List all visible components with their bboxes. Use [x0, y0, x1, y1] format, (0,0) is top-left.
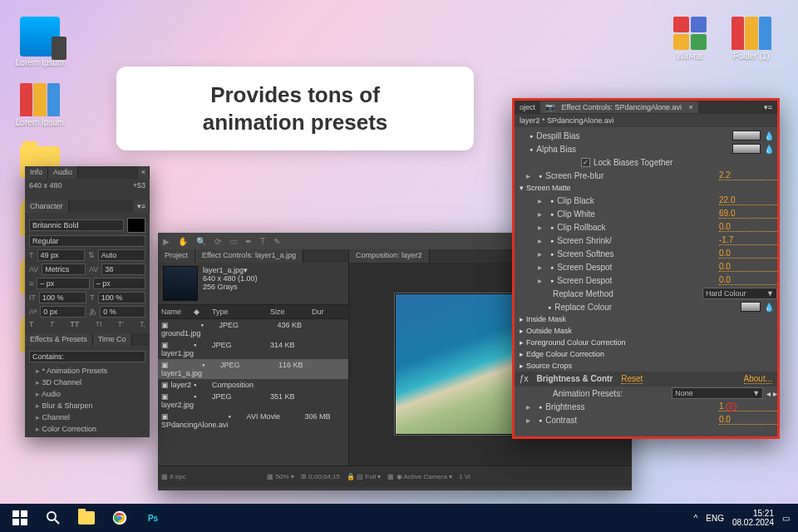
stopwatch-icon[interactable]: ● — [550, 224, 554, 230]
pointer-tool-icon[interactable]: ▶ — [163, 237, 170, 246]
tab-effect-controls[interactable]: Effect Controls: layer1_a.jpg — [195, 249, 303, 263]
stopwatch-icon[interactable]: ● — [530, 133, 533, 139]
group-header[interactable]: ▸Outside Mask — [515, 325, 777, 337]
table-row[interactable]: ▣ layer2▪Composition — [158, 379, 348, 391]
stopwatch-icon[interactable]: ● — [539, 404, 542, 410]
tab-effect-controls-active[interactable]: 📷 Effect Controls: SPdancingAlone.avi × — [540, 101, 698, 113]
table-row[interactable]: ▣ layer1.jpg▪JPEG314 KB — [158, 339, 348, 359]
link-reset[interactable]: Reset — [621, 374, 643, 384]
param-value[interactable]: 22.0 — [719, 195, 777, 205]
checkbox-lock-biases[interactable]: ✓ — [581, 158, 590, 167]
hand-tool-icon[interactable]: ✋ — [178, 237, 188, 246]
desktop-icon-pc[interactable]: Lorem Ipsum — [15, 17, 65, 67]
value-pre-blur[interactable]: 2.2 — [719, 170, 777, 180]
tab-info[interactable]: Info — [25, 166, 48, 179]
disclosure-icon[interactable]: ▸ — [538, 196, 544, 205]
disclosure-icon[interactable]: ▸ — [526, 171, 533, 180]
tray-chevron-icon[interactable]: ^ — [694, 514, 698, 523]
font-style-select[interactable]: Regular — [29, 235, 145, 247]
disclosure-icon[interactable]: ▸ — [538, 276, 544, 285]
group-header[interactable]: ▸Inside Mask — [515, 313, 777, 325]
taskbar-file-explorer[interactable] — [70, 504, 103, 532]
kerning-select[interactable]: Metrics — [42, 264, 86, 275]
font-family-select[interactable]: Britannic Bold — [29, 219, 124, 231]
fill-color-swatch[interactable] — [127, 218, 145, 233]
category-item[interactable]: * Animation Presets — [29, 365, 145, 377]
tray-language[interactable]: ENG — [706, 514, 724, 523]
stopwatch-icon[interactable]: ● — [550, 251, 554, 257]
tab-project[interactable]: Project — [158, 249, 195, 263]
disclosure-icon[interactable]: ▸ — [538, 209, 544, 219]
tray-notifications-icon[interactable]: ▭ — [782, 514, 790, 523]
pen-tool-icon[interactable]: ✒ — [245, 237, 252, 246]
param-value[interactable]: -1.7 — [719, 235, 777, 245]
stopwatch-icon[interactable]: ● — [539, 417, 542, 423]
stopwatch-icon[interactable]: ● — [550, 264, 554, 270]
eyedropper-icon[interactable]: 💧 — [764, 145, 774, 154]
color-swatch[interactable] — [732, 144, 761, 154]
param-value[interactable]: 69.0 — [719, 209, 777, 219]
color-swatch[interactable] — [741, 302, 761, 312]
tray-clock[interactable]: 15:2108.02.2024 — [732, 509, 774, 527]
param-value[interactable]: 0.0 — [719, 275, 777, 285]
search-button[interactable] — [37, 504, 70, 532]
group-header[interactable]: ▸Source Crops — [515, 360, 777, 372]
start-button[interactable] — [3, 504, 37, 532]
desktop-icon-winrar[interactable]: Win-rar — [665, 17, 715, 61]
disclosure-icon[interactable]: ▸ — [538, 263, 544, 272]
disclosure-icon[interactable]: ▸ — [538, 236, 544, 245]
zoom-tool-icon[interactable]: 🔍 — [196, 237, 206, 246]
tab-project-trunc[interactable]: oject — [515, 101, 540, 113]
value-contrast[interactable]: 0.0 — [719, 415, 777, 425]
tab-composition[interactable]: Composition: layer2 — [349, 249, 430, 263]
stroke-style-select[interactable]: – px — [93, 278, 145, 289]
param-value[interactable]: 0.0 — [719, 262, 777, 272]
tab-effects-presets[interactable]: Effects & Presets — [25, 333, 93, 346]
vscale-field[interactable]: 100 % — [39, 292, 86, 303]
dropdown-replace-method[interactable]: Hard Colour▼ — [702, 288, 777, 299]
disclosure-icon[interactable]: ▸ — [526, 416, 533, 425]
rect-tool-icon[interactable]: ▭ — [229, 237, 237, 246]
taskbar-photoshop[interactable]: Ps — [136, 504, 170, 532]
hscale-field[interactable]: 100 % — [98, 292, 145, 303]
search-effects-field[interactable]: Contains: — [29, 351, 145, 362]
category-item[interactable]: 3D Channel — [29, 377, 145, 388]
taskbar-chrome[interactable] — [103, 504, 136, 532]
tab-time-controls[interactable]: Time Co — [93, 333, 132, 346]
tab-audio[interactable]: Audio — [48, 166, 78, 179]
panel-menu-icon[interactable]: ▾≡ — [134, 200, 150, 213]
desktop-icon-binders[interactable]: Lorem Ipsum — [15, 83, 65, 127]
param-value[interactable]: 0.0 — [719, 222, 777, 232]
rotate-tool-icon[interactable]: ⟳ — [214, 237, 221, 246]
text-tool-icon[interactable]: T — [260, 237, 265, 246]
tracking-field[interactable]: 38 — [101, 264, 145, 275]
eyedropper-icon[interactable]: 💧 — [764, 131, 774, 140]
disclosure-icon[interactable]: ▸ — [538, 249, 544, 259]
tab-character[interactable]: Character — [25, 200, 69, 213]
stopwatch-icon[interactable]: ● — [550, 238, 554, 244]
table-row[interactable]: ▣ ground1.jpg▪JPEG436 KB — [158, 319, 348, 339]
footer-bpc[interactable]: ▦ 8 bpc — [161, 473, 186, 480]
stopwatch-icon[interactable]: ● — [550, 278, 554, 283]
table-row[interactable]: ▣ layer1_a.jpg▪JPEG116 KB — [158, 359, 348, 379]
table-row[interactable]: ▣ layer2.jpg▪JPEG351 KB — [158, 391, 348, 411]
panel-menu-icon[interactable]: ▾≡ — [759, 101, 777, 113]
category-item[interactable]: Color Correction — [29, 423, 145, 435]
dropdown-animation-presets[interactable]: None▼ — [672, 387, 763, 399]
link-about[interactable]: About... — [744, 374, 772, 384]
effect-toggle-icon[interactable]: ƒx — [520, 374, 529, 384]
baseline-field[interactable]: 0 px — [40, 306, 86, 318]
category-item[interactable]: Audio — [29, 388, 145, 400]
disclosure-icon[interactable]: ▸ — [538, 223, 544, 232]
stopwatch-icon[interactable]: ● — [550, 198, 554, 204]
panel-close-icon[interactable]: × — [138, 166, 150, 179]
color-swatch[interactable] — [732, 131, 761, 140]
stopwatch-icon[interactable]: ● — [548, 304, 551, 310]
group-header[interactable]: ▸Edge Colour Correction — [515, 348, 777, 360]
brush-tool-icon[interactable]: ✎ — [273, 237, 280, 246]
preset-nav-icon[interactable]: ◂ ▸ — [766, 389, 777, 398]
group-header[interactable]: ▸Foreground Colour Correction — [515, 337, 777, 348]
eyedropper-icon[interactable]: 💧 — [764, 303, 774, 312]
disclosure-icon[interactable]: ▾ — [520, 184, 524, 192]
stopwatch-icon[interactable]: ● — [530, 146, 533, 152]
